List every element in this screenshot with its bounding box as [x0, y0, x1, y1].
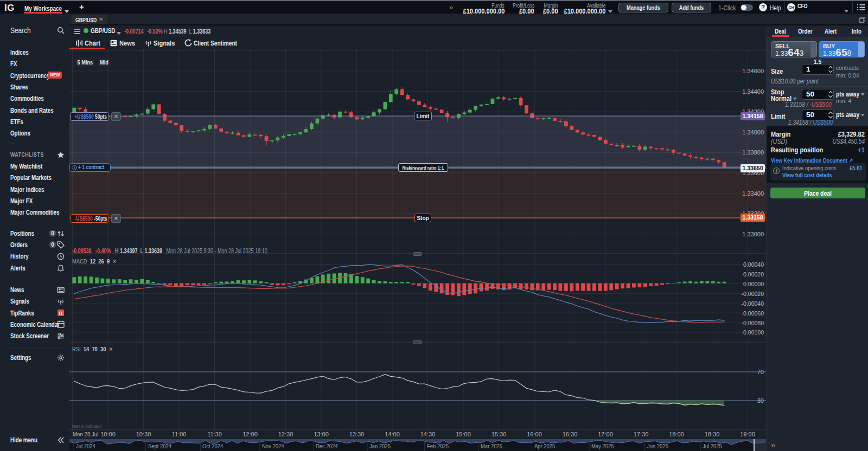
svg-text:R: R — [59, 311, 63, 316]
svg-text:i: i — [74, 166, 75, 170]
